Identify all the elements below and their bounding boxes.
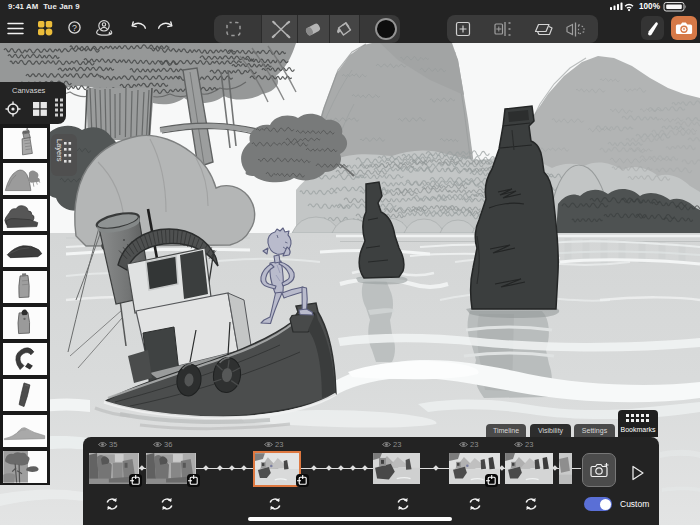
svg-text:?: ? [72, 23, 77, 33]
